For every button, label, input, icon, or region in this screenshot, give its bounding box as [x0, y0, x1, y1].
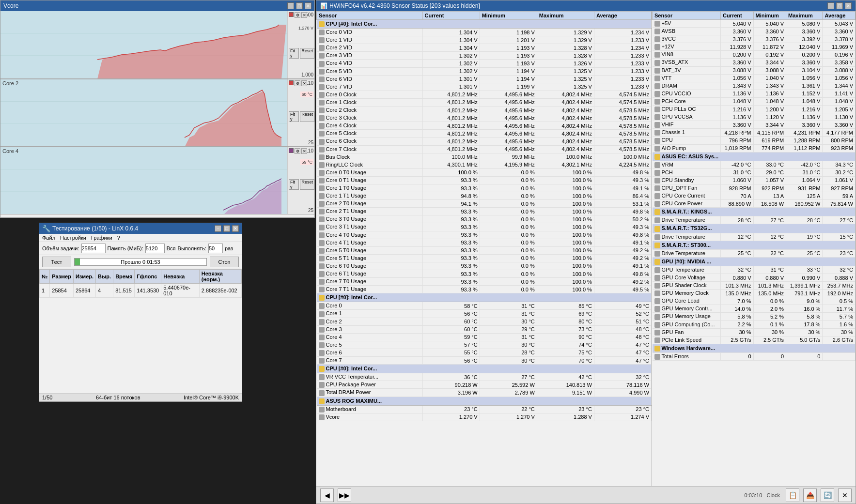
- sensor-cell-0-21-3: 100.0 %: [537, 192, 594, 200]
- group-header-right-cell: Windows Hardware...: [653, 344, 856, 352]
- sensor-cell-0-11-0: Core 3 Clock: [317, 114, 423, 122]
- sensor-right-cell-0-7-3: 1.056 V: [786, 74, 823, 82]
- sensor-right-cell-0-8-2: 1.343 V: [753, 82, 786, 90]
- core1-close-btn[interactable]: ✕: [301, 12, 307, 18]
- sensor-icon-right: [654, 290, 660, 296]
- linx-minimize-btn[interactable]: -: [215, 225, 221, 232]
- core4-color-btn[interactable]: [289, 148, 294, 153]
- sensor-right-cell-0-14-3: 4,231 RPM: [786, 129, 823, 137]
- sensor-right-cell-5-0-4: 32 °C: [823, 266, 856, 274]
- sensor-right-cell-0-4-2: 0.192 V: [753, 51, 786, 59]
- sensor-icon: [319, 37, 325, 43]
- core2-settings-btn[interactable]: ⚙: [295, 80, 300, 86]
- sensor-icon-right: [654, 44, 660, 50]
- sensor-right-cell-2-0-1: 28 °C: [720, 216, 753, 224]
- sensor-cell-0-33-0: Core 7 T1 Usage: [317, 286, 423, 293]
- menu-file[interactable]: Файл: [42, 235, 55, 241]
- group-icon-right: [654, 226, 660, 232]
- sensor-right-cell-0-6-1: 3.088 V: [720, 66, 753, 74]
- vcore-minimize-btn[interactable]: _: [287, 2, 294, 9]
- sensor-cell-1-7-1: 56 °C: [422, 357, 480, 365]
- core1-fy-btn[interactable]: Fit y: [289, 48, 299, 59]
- sensor-icon: [319, 225, 325, 230]
- sensor-icon: [319, 319, 325, 325]
- sensor-right-cell-5-5-2: 2.0 %: [753, 305, 786, 313]
- menu-graphics[interactable]: Графики: [91, 235, 112, 241]
- sensor-right-cell-5-3-3: 793.1 MHz: [786, 290, 823, 297]
- sensor-right-cell-5-3-2: 135.0 MHz: [753, 290, 786, 297]
- sensor-right-cell-5-2-1: 101.3 MHz: [720, 282, 753, 290]
- core2-close-btn[interactable]: ✕: [301, 80, 307, 86]
- linx-statusbar: 1/50 64-бит 16 потоков Intel® Core™ i9-9…: [39, 393, 242, 401]
- sensor-right-cell-0-2-0: 3VCC: [653, 35, 721, 43]
- linx-maximize-btn[interactable]: □: [223, 225, 230, 232]
- core1-settings-btn[interactable]: ⚙: [295, 12, 300, 18]
- sensor-cell-0-25-3: 100.0 %: [537, 223, 594, 231]
- sensor-icon: [319, 271, 325, 277]
- sensor-cell-0-29-1: 93.3 %: [422, 254, 480, 262]
- sensor-cell-2-1-4: 78.116 W: [594, 381, 651, 389]
- sensor-icon: [319, 178, 325, 183]
- hwinfo-minimize-btn[interactable]: _: [827, 2, 834, 9]
- sensor-table-row: Core 655 °C28 °C75 °C47 °C: [317, 349, 652, 356]
- sensor-cell-0-16-3: 100.0 MHz: [537, 153, 594, 161]
- linx-close-btn[interactable]: ✕: [232, 225, 239, 232]
- sensor-cell-0-12-2: 4,495.6 MHz: [480, 122, 537, 130]
- sensor-right-cell-5-0-1: 32 °C: [720, 266, 753, 274]
- sensor-cell-0-13-2: 4,495.6 MHz: [480, 130, 537, 137]
- sensor-right-cell-2-0-4: 27 °C: [823, 216, 856, 224]
- sensor-table-row: Core 1 Clock4,801.2 MHz4,495.6 MHz4,802.…: [317, 98, 652, 106]
- hwinfo-btn2[interactable]: 📤: [803, 489, 817, 502]
- sensor-icon-right: [654, 29, 660, 34]
- sensor-cell-0-14-1: 4,801.2 MHz: [422, 137, 480, 145]
- sensor-cell-3-0-4: 23 °C: [594, 405, 651, 413]
- linx-cell-0-5: 141.3530: [135, 284, 161, 298]
- menu-help[interactable]: ?: [117, 235, 120, 241]
- hwinfo-nav-next[interactable]: ▶▶: [338, 489, 351, 502]
- memory-input[interactable]: [145, 244, 165, 253]
- sensor-right-cell-0-10-1: 1.048 V: [720, 97, 753, 105]
- hwinfo-btn4[interactable]: ✕: [838, 489, 852, 502]
- sensor-cell-0-24-4: 50.2 %: [594, 215, 651, 223]
- sensor-right-cell-5-7-2: 0.1 %: [753, 321, 786, 328]
- sensor-icon: [319, 115, 325, 121]
- execute-input[interactable]: [208, 244, 223, 253]
- test-button[interactable]: Тест: [42, 257, 71, 267]
- menu-settings[interactable]: Настройки: [60, 235, 86, 241]
- sensor-cell-0-33-3: 100.0 %: [537, 286, 594, 293]
- sensor-right-cell-1-2-2: 1.057 V: [753, 176, 786, 184]
- sensor-right-cell-1-4-4: 59 A: [823, 192, 856, 200]
- linx-cell-0-4: 81.515: [113, 284, 135, 298]
- core2-reset-btn[interactable]: Reset: [300, 111, 314, 122]
- vcore-maximize-btn[interactable]: □: [296, 2, 303, 9]
- sensor-table-row: Core 2 VID1.304 V1.193 V1.328 V1.234 V: [317, 44, 652, 52]
- stop-button[interactable]: Стоп: [210, 257, 239, 267]
- vcore-close-btn[interactable]: ✕: [305, 2, 311, 9]
- hwinfo-close-btn[interactable]: ✕: [845, 2, 852, 9]
- sensor-icon-right: [654, 337, 660, 343]
- sensor-right-cell-5-4-3: 9.0 %: [786, 297, 823, 305]
- core1-color-btn[interactable]: [289, 12, 294, 17]
- sensor-cell-0-19-4: 49.3 %: [594, 176, 651, 184]
- hwinfo-titlebar: 📊 HWiNFO64 v6.42-4360 Sensor Status [203…: [316, 0, 856, 11]
- core1-reset-btn[interactable]: Reset: [300, 48, 314, 59]
- hwinfo-btn1[interactable]: 📋: [786, 489, 799, 502]
- core2-fy-btn[interactable]: Fit y: [289, 111, 299, 122]
- sensor-table-row: Total DRAM Power3.196 W2.789 W9.151 W4.9…: [317, 389, 652, 397]
- rh-max: Maximum: [786, 12, 823, 20]
- hwinfo-maximize-btn[interactable]: □: [836, 2, 843, 9]
- task-input[interactable]: [81, 244, 106, 253]
- core4-settings-btn[interactable]: ⚙: [295, 148, 300, 154]
- sensor-cell-0-24-2: 0.0 %: [480, 215, 537, 223]
- core2-color-btn[interactable]: [289, 80, 294, 85]
- hwinfo-btn3[interactable]: 🔄: [821, 489, 834, 502]
- core4-close-btn[interactable]: ✕: [301, 148, 307, 154]
- sensor-icon: [319, 162, 325, 168]
- sensor-right-cell-6-0-1: 0: [720, 352, 753, 360]
- core4-fy-btn[interactable]: Fit y: [289, 179, 299, 190]
- sensor-cell-0-9-3: 4,802.4 MHz: [537, 98, 594, 106]
- core4-reset-btn[interactable]: Reset: [300, 179, 314, 190]
- sensor-right-cell-1-4-1: 70 A: [720, 192, 753, 200]
- hwinfo-nav-prev[interactable]: ◀: [320, 489, 334, 502]
- sensor-table-row-right: CPU796 RPM619 RPM1,288 RPM800 RPM: [653, 137, 856, 144]
